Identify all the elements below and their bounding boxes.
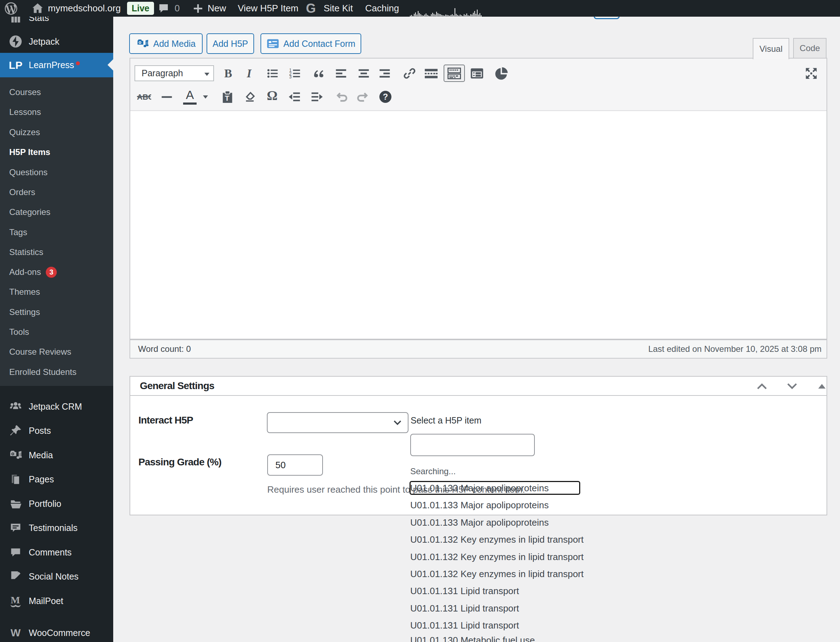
- svg-text:3: 3: [289, 75, 292, 79]
- svg-text:M: M: [11, 595, 20, 605]
- svg-text:ABC: ABC: [137, 92, 151, 101]
- svg-text:T: T: [225, 94, 229, 102]
